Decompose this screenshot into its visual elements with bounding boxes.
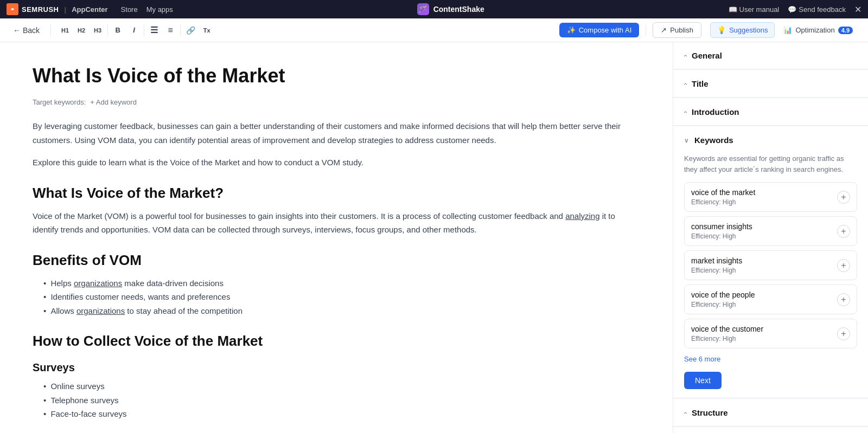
keyword-item-3: market insights Efficiency: High + <box>684 250 857 280</box>
keyword-item-4: voice of the people Efficiency: High + <box>684 285 857 314</box>
introduction-section: › Introduction <box>673 99 868 126</box>
optimization-badge: 4.9 <box>838 27 853 34</box>
surveys-heading: Surveys <box>33 361 640 374</box>
section1-heading: What Is Voice of the Market? <box>33 185 640 202</box>
keyword-efficiency-3: Efficiency: High <box>691 267 742 274</box>
appcenter-text: AppCenter <box>72 5 107 14</box>
toolbar-separator-2 <box>646 25 646 36</box>
feedback-icon: 💬 <box>788 5 796 14</box>
topbar-divider: | <box>65 5 67 14</box>
contentshake-icon: 🪄 <box>417 3 429 15</box>
keyword-add-button-3[interactable]: + <box>837 259 850 272</box>
see-more-button[interactable]: See 6 more <box>684 353 720 365</box>
survey-item-3: Face-to-face surveys <box>43 407 640 421</box>
next-button[interactable]: Next <box>684 372 722 389</box>
title-chevron-icon: › <box>681 83 689 85</box>
my-apps-link[interactable]: My apps <box>146 5 173 14</box>
optimization-tab[interactable]: 📊 Optimization 4.9 <box>777 23 859 37</box>
keyword-info-5: voice of the customer Efficiency: High <box>691 325 763 342</box>
keyword-add-button-4[interactable]: + <box>837 293 850 306</box>
keywords-chevron-icon: ∨ <box>684 137 689 144</box>
keyword-add-button-5[interactable]: + <box>837 327 850 340</box>
right-tabs: 💡 Suggestions 📊 Optimization 4.9 <box>710 22 859 38</box>
introduction-section-title: Introduction <box>692 107 739 117</box>
target-keywords-label: Target keywords: <box>33 98 86 106</box>
structure-chevron-icon: › <box>681 412 689 414</box>
analyzing-link[interactable]: analyzing <box>565 211 599 221</box>
toolbar-separator-1 <box>50 25 51 36</box>
article-title[interactable]: What Is Voice of the Market <box>33 64 640 87</box>
book-icon: 📖 <box>729 5 737 14</box>
structure-section-title: Structure <box>692 408 728 417</box>
semrush-logo-icon <box>7 3 18 15</box>
survey-item-1: Online surveys <box>43 379 640 393</box>
general-section-title: General <box>692 51 722 60</box>
toolbar-right-group: ↗ Publish 💡 Suggestions 📊 Optimization 4… <box>653 22 859 38</box>
keyword-name-2: consumer insights <box>691 222 752 231</box>
ai-icon: ✨ <box>567 26 576 34</box>
h1-button[interactable]: H1 <box>58 23 73 38</box>
keywords-section: ∨ Keywords Keywords are essential for ge… <box>673 127 868 398</box>
keyword-item-5: voice of the customer Efficiency: High + <box>684 319 857 348</box>
store-link[interactable]: Store <box>121 5 138 14</box>
benefit-item-2: Identifies customer needs, wants and pre… <box>43 290 640 304</box>
keywords-section-header[interactable]: ∨ Keywords <box>673 127 868 153</box>
benefit-item-1: Helps organizations make data-driven dec… <box>43 276 640 290</box>
keyword-name-3: market insights <box>691 256 742 265</box>
topbar-center: 🪄 ContentShake <box>182 3 720 15</box>
keywords-content: Keywords are essential for getting organ… <box>673 153 868 398</box>
keyword-item-2: consumer insights Efficiency: High + <box>684 216 857 246</box>
settings-icon[interactable]: ✕ <box>854 4 861 15</box>
topbar: SEMRUSH | AppCenter Store My apps 🪄 Cont… <box>0 0 868 18</box>
publish-button[interactable]: ↗ Publish <box>653 22 701 38</box>
general-chevron-icon: › <box>681 55 689 57</box>
chart-icon: 📊 <box>783 26 792 34</box>
format-divider-2 <box>144 25 144 36</box>
keyword-info-3: market insights Efficiency: High <box>691 256 742 274</box>
compose-ai-button[interactable]: ✨ Compose with AI <box>559 23 640 37</box>
editor-toolbar: ← Back H1 H2 H3 B I ☰ ≡ 🔗 Tx ✨ Compose w… <box>0 18 868 42</box>
format-divider-3 <box>180 25 181 36</box>
keyword-add-button-2[interactable]: + <box>837 225 850 238</box>
app-name-text: ContentShake <box>433 5 484 14</box>
back-button[interactable]: ← Back <box>9 24 44 37</box>
publish-icon: ↗ <box>661 26 667 34</box>
h2-button[interactable]: H2 <box>74 23 89 38</box>
images-section-header[interactable]: › Images ⚙ <box>673 428 868 433</box>
suggestions-tab[interactable]: 💡 Suggestions <box>710 22 775 38</box>
bold-button[interactable]: B <box>110 23 125 38</box>
general-section-header[interactable]: › General <box>673 42 868 69</box>
intro-paragraph-2: Explore this guide to learn what is the … <box>33 156 640 170</box>
italic-button[interactable]: I <box>126 23 142 38</box>
keyword-info-2: consumer insights Efficiency: High <box>691 222 752 240</box>
topbar-right: 📖 User manual 💬 Send feedback ✕ <box>729 4 861 15</box>
introduction-section-header[interactable]: › Introduction <box>673 99 868 125</box>
keyword-info-1: voice of the market Efficiency: High <box>691 188 755 206</box>
benefit-item-3: Allows organizations to stay ahead of th… <box>43 304 640 318</box>
send-feedback-link[interactable]: 💬 Send feedback <box>788 5 846 14</box>
link-button[interactable]: 🔗 <box>183 23 198 38</box>
title-section-header[interactable]: › Title <box>673 70 868 97</box>
keyword-efficiency-2: Efficiency: High <box>691 232 752 240</box>
topbar-nav: Store My apps <box>121 5 173 14</box>
format-buttons: H1 H2 H3 B I ☰ ≡ 🔗 Tx <box>58 23 214 38</box>
main-layout: What Is Voice of the Market Target keywo… <box>0 42 868 433</box>
user-manual-link[interactable]: 📖 User manual <box>729 5 780 14</box>
keyword-item-1: voice of the market Efficiency: High + <box>684 182 857 212</box>
keyword-add-button-1[interactable]: + <box>837 191 850 204</box>
surveys-list: Online surveys Telephone surveys Face-to… <box>43 379 640 421</box>
ul-button[interactable]: ☰ <box>146 23 162 38</box>
benefits-list: Helps organizations make data-driven dec… <box>43 276 640 318</box>
clear-format-button[interactable]: Tx <box>199 23 214 38</box>
survey-item-2: Telephone surveys <box>43 393 640 408</box>
section2-heading: Benefits of VOM <box>33 252 640 269</box>
intro-paragraph-1: By leveraging customer feedback, busines… <box>33 119 640 147</box>
format-divider <box>107 25 108 36</box>
add-keyword-button[interactable]: + Add keyword <box>90 98 137 106</box>
section1-paragraph: Voice of the Market (VOM) is a powerful … <box>33 209 640 237</box>
h3-button[interactable]: H3 <box>90 23 105 38</box>
target-keywords-row: Target keywords: + Add keyword <box>33 98 640 106</box>
ol-button[interactable]: ≡ <box>163 23 178 38</box>
structure-section-header[interactable]: › Structure <box>673 399 868 426</box>
keyword-info-4: voice of the people Efficiency: High <box>691 290 755 308</box>
